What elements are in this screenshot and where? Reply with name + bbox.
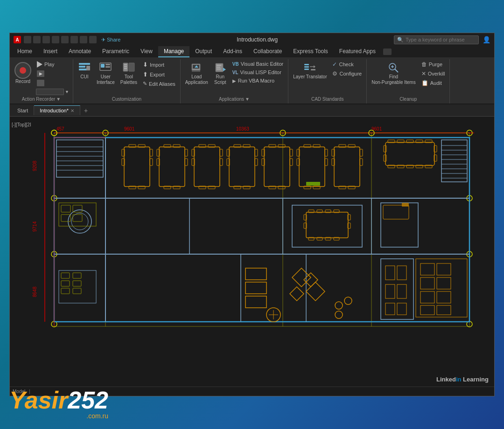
tab-start[interactable]: Start bbox=[12, 106, 34, 115]
tab-parametric[interactable]: Parametric bbox=[97, 46, 135, 57]
purge-button[interactable]: 🗑 Purge bbox=[420, 60, 447, 69]
svg-marker-26 bbox=[314, 65, 315, 68]
layer-translator-button[interactable]: Layer Translator bbox=[291, 60, 329, 81]
record-circle bbox=[14, 62, 31, 79]
macro-select[interactable] bbox=[36, 89, 64, 95]
undo-icon[interactable] bbox=[70, 36, 78, 43]
import-icon: ⬇ bbox=[143, 61, 148, 68]
run-script-label: RunScript bbox=[214, 74, 226, 85]
print-icon[interactable] bbox=[61, 36, 69, 43]
edit-aliases-button[interactable]: ✎ Edit Aliases bbox=[141, 80, 177, 88]
tab-featuredapps[interactable]: Featured Apps bbox=[334, 46, 381, 57]
tab-output[interactable]: Output bbox=[189, 46, 217, 57]
svg-rect-5 bbox=[101, 64, 105, 68]
tab-introduction[interactable]: Introduction* ✕ bbox=[34, 105, 80, 115]
applications-small-btns: VB Visual Basic Editor VL Visual LISP Ed… bbox=[231, 60, 285, 84]
cleanup-group: FindNon-Purgeable Items 🗑 Purge ✕ Overki… bbox=[367, 59, 450, 104]
watermark: Linkedin Learning bbox=[436, 376, 489, 383]
load-application-button[interactable]: LoadApplication bbox=[183, 60, 210, 86]
user-interface-icon bbox=[99, 61, 112, 74]
export-button[interactable]: ⬆ Export bbox=[141, 70, 177, 79]
dropdown-icon[interactable] bbox=[89, 36, 97, 43]
ribbon-tab-bar: Home Insert Annotate Parametric View Man… bbox=[10, 46, 494, 57]
title-bar-left: A ✈ Share bbox=[14, 36, 120, 43]
overkill-label: Overkill bbox=[428, 71, 445, 76]
user-icon[interactable]: 👤 bbox=[483, 36, 490, 43]
new-icon[interactable] bbox=[24, 36, 31, 43]
record-dot bbox=[20, 67, 26, 74]
title-bar: A ✈ Share Introduction.dwg 🔍 👤 bbox=[10, 33, 494, 46]
import-button[interactable]: ⬇ Import bbox=[141, 60, 177, 69]
action-recorder-group: Record Play ▶ bbox=[10, 59, 73, 104]
tab-home[interactable]: Home bbox=[12, 46, 38, 57]
tab-addins[interactable]: Add-ins bbox=[217, 46, 248, 57]
saveas-icon[interactable] bbox=[52, 36, 59, 43]
cui-button[interactable]: CUI bbox=[76, 60, 93, 81]
configure-button[interactable]: ⚙ Configure bbox=[330, 69, 364, 78]
export-icon: ⬆ bbox=[143, 71, 148, 78]
action-macro-btn2[interactable] bbox=[35, 79, 70, 87]
tab-manage[interactable]: Manage bbox=[158, 46, 189, 57]
check-button[interactable]: ✓ Check bbox=[330, 60, 364, 69]
check-label: Check bbox=[339, 62, 353, 67]
macro-icon2 bbox=[37, 80, 44, 86]
macro-dropdown-arrow: ▼ bbox=[65, 90, 69, 94]
overkill-button[interactable]: ✕ Overkill bbox=[420, 69, 447, 78]
drawing-tabs: Start Introduction* ✕ + bbox=[10, 104, 494, 117]
window-title: Introduction.dwg bbox=[237, 36, 278, 43]
cad-standards-content: Layer Translator ✓ Check ⚙ Configure bbox=[291, 60, 364, 96]
check-icon: ✓ bbox=[332, 61, 337, 68]
ribbon-menu-icon[interactable] bbox=[383, 48, 392, 55]
tab-view[interactable]: View bbox=[135, 46, 158, 57]
visual-lisp-button[interactable]: VL Visual LISP Editor bbox=[231, 69, 285, 76]
applications-label: Applications ▼ bbox=[219, 97, 250, 103]
drawing-area: [-][Top][2D Wireframe] 457 9601 10363 96… bbox=[10, 117, 494, 387]
svg-text:9208: 9208 bbox=[32, 160, 37, 171]
action-macro-btn1[interactable]: ▶ bbox=[35, 69, 70, 78]
play-button[interactable]: Play bbox=[35, 60, 70, 69]
import-label: Import bbox=[150, 62, 164, 68]
svg-rect-9 bbox=[129, 63, 134, 71]
share-button[interactable]: ✈ Share bbox=[101, 37, 120, 43]
search-bar[interactable]: 🔍 bbox=[394, 35, 479, 44]
purge-icon: 🗑 bbox=[421, 61, 427, 68]
customization-group: CUI UserInterface bbox=[73, 59, 181, 104]
configure-label: Configure bbox=[339, 71, 362, 76]
redo-icon[interactable] bbox=[80, 36, 87, 43]
run-vba-button[interactable]: ▶ Run VBA Macro bbox=[231, 77, 285, 84]
action-recorder-label: Action Recorder ▼ bbox=[22, 97, 61, 103]
svg-rect-10 bbox=[124, 64, 127, 65]
svg-rect-223 bbox=[402, 203, 409, 207]
audit-button[interactable]: 📋 Audit bbox=[420, 79, 447, 87]
record-button[interactable]: Record bbox=[13, 60, 33, 86]
cui-label: CUI bbox=[80, 74, 88, 80]
find-non-purgeable-button[interactable]: FindNon-Purgeable Items bbox=[370, 60, 418, 86]
group-dropdown-icon[interactable]: ▼ bbox=[56, 97, 61, 102]
open-icon[interactable] bbox=[33, 36, 41, 43]
tab-close-icon[interactable]: ✕ bbox=[70, 108, 74, 113]
find-non-purgeable-icon bbox=[387, 61, 400, 74]
tool-palettes-button[interactable]: ToolPalettes bbox=[119, 60, 139, 86]
tab-expresstools[interactable]: Express Tools bbox=[287, 46, 333, 57]
svg-rect-3 bbox=[86, 66, 90, 70]
applications-dropdown-icon[interactable]: ▼ bbox=[245, 97, 250, 102]
macro-dropdown[interactable]: ▼ bbox=[35, 88, 70, 96]
user-interface-button[interactable]: UserInterface bbox=[95, 60, 117, 86]
svg-rect-222 bbox=[306, 182, 320, 186]
run-script-button[interactable]: RunScript bbox=[212, 60, 229, 86]
search-input[interactable] bbox=[406, 37, 476, 42]
tab-collaborate[interactable]: Collaborate bbox=[248, 46, 287, 57]
visual-basic-button[interactable]: VB Visual Basic Editor bbox=[231, 60, 285, 68]
run-script-icon bbox=[214, 61, 227, 74]
svg-rect-22 bbox=[304, 64, 309, 65]
cad-standards-label: CAD Standards bbox=[311, 97, 343, 103]
tab-insert[interactable]: Insert bbox=[38, 46, 63, 57]
tab-annotate[interactable]: Annotate bbox=[63, 46, 97, 57]
ribbon-content-manage: Record Play ▶ bbox=[10, 57, 494, 104]
save-icon[interactable] bbox=[42, 36, 50, 43]
autocad-window: A ✈ Share Introduction.dwg 🔍 👤 bbox=[9, 33, 495, 396]
add-drawing-tab[interactable]: + bbox=[80, 106, 91, 115]
action-recorder-controls: Play ▶ ▼ bbox=[35, 60, 70, 96]
svg-text:457: 457 bbox=[56, 126, 64, 131]
layer-translator-label: Layer Translator bbox=[293, 74, 327, 80]
